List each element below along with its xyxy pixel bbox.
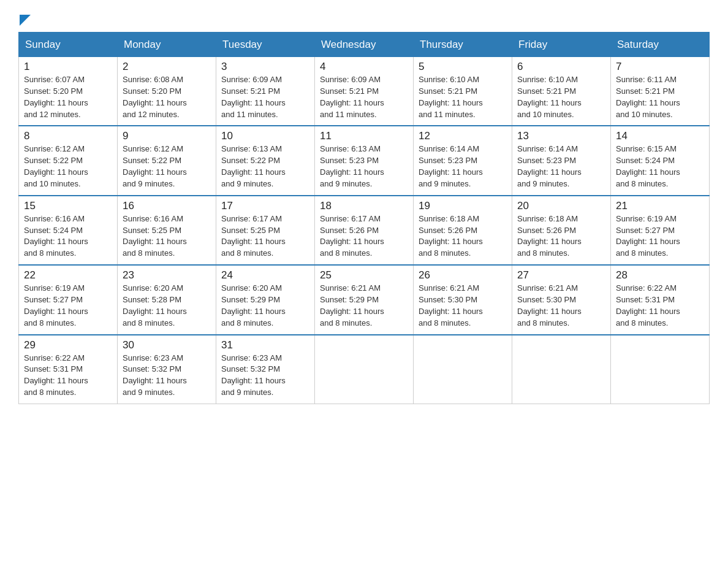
day-number: 30 <box>123 339 211 351</box>
day-info: Sunrise: 6:19 AMSunset: 5:27 PMDaylight:… <box>24 283 88 327</box>
calendar-cell: 21Sunrise: 6:19 AMSunset: 5:27 PMDayligh… <box>611 196 710 265</box>
col-header-wednesday: Wednesday <box>315 33 414 57</box>
col-header-saturday: Saturday <box>611 33 710 57</box>
day-number: 24 <box>221 269 309 282</box>
day-info: Sunrise: 6:14 AMSunset: 5:23 PMDaylight:… <box>419 144 483 188</box>
calendar-cell: 5Sunrise: 6:10 AMSunset: 5:21 PMDaylight… <box>414 56 512 126</box>
day-info: Sunrise: 6:11 AMSunset: 5:21 PMDaylight:… <box>616 75 680 119</box>
calendar-cell: 31Sunrise: 6:23 AMSunset: 5:32 PMDayligh… <box>216 335 315 404</box>
calendar-cell: 12Sunrise: 6:14 AMSunset: 5:23 PMDayligh… <box>414 126 512 195</box>
calendar-cell: 25Sunrise: 6:21 AMSunset: 5:29 PMDayligh… <box>315 265 414 334</box>
calendar-cell: 3Sunrise: 6:09 AMSunset: 5:21 PMDaylight… <box>216 56 315 126</box>
calendar-cell <box>512 335 611 404</box>
page-header <box>18 12 710 26</box>
day-info: Sunrise: 6:14 AMSunset: 5:23 PMDaylight:… <box>517 144 582 188</box>
week-row-4: 22Sunrise: 6:19 AMSunset: 5:27 PMDayligh… <box>19 265 710 334</box>
day-info: Sunrise: 6:12 AMSunset: 5:22 PMDaylight:… <box>123 144 187 188</box>
day-number: 3 <box>221 61 309 73</box>
calendar-cell: 16Sunrise: 6:16 AMSunset: 5:25 PMDayligh… <box>118 196 216 265</box>
day-number: 31 <box>221 339 309 351</box>
calendar-cell: 23Sunrise: 6:20 AMSunset: 5:28 PMDayligh… <box>118 265 216 334</box>
calendar-cell: 18Sunrise: 6:17 AMSunset: 5:26 PMDayligh… <box>315 196 414 265</box>
week-row-3: 15Sunrise: 6:16 AMSunset: 5:24 PMDayligh… <box>19 196 710 265</box>
day-number: 26 <box>419 269 507 282</box>
day-info: Sunrise: 6:18 AMSunset: 5:26 PMDaylight:… <box>419 214 483 258</box>
calendar-cell: 22Sunrise: 6:19 AMSunset: 5:27 PMDayligh… <box>19 265 118 334</box>
day-info: Sunrise: 6:18 AMSunset: 5:26 PMDaylight:… <box>517 214 582 258</box>
calendar-cell: 27Sunrise: 6:21 AMSunset: 5:30 PMDayligh… <box>512 265 611 334</box>
day-number: 27 <box>517 269 605 282</box>
col-header-sunday: Sunday <box>19 33 118 57</box>
day-info: Sunrise: 6:09 AMSunset: 5:21 PMDaylight:… <box>221 75 286 119</box>
week-row-2: 8Sunrise: 6:12 AMSunset: 5:22 PMDaylight… <box>19 126 710 195</box>
calendar-cell <box>611 335 710 404</box>
col-header-thursday: Thursday <box>414 33 512 57</box>
day-number: 10 <box>221 130 309 142</box>
day-info: Sunrise: 6:13 AMSunset: 5:23 PMDaylight:… <box>320 144 384 188</box>
calendar-cell: 8Sunrise: 6:12 AMSunset: 5:22 PMDaylight… <box>19 126 118 195</box>
day-info: Sunrise: 6:20 AMSunset: 5:28 PMDaylight:… <box>123 283 187 327</box>
calendar-cell: 30Sunrise: 6:23 AMSunset: 5:32 PMDayligh… <box>118 335 216 404</box>
calendar-cell <box>315 335 414 404</box>
calendar-cell: 20Sunrise: 6:18 AMSunset: 5:26 PMDayligh… <box>512 196 611 265</box>
day-number: 19 <box>419 200 507 212</box>
calendar-table: SundayMondayTuesdayWednesdayThursdayFrid… <box>18 32 710 404</box>
day-number: 11 <box>320 130 408 142</box>
calendar-cell: 1Sunrise: 6:07 AMSunset: 5:20 PMDaylight… <box>19 56 118 126</box>
day-number: 23 <box>123 269 211 282</box>
day-number: 14 <box>616 130 704 142</box>
day-number: 12 <box>419 130 507 142</box>
week-row-5: 29Sunrise: 6:22 AMSunset: 5:31 PMDayligh… <box>19 335 710 404</box>
day-number: 1 <box>24 61 112 73</box>
day-number: 22 <box>24 269 112 282</box>
day-number: 29 <box>24 339 112 351</box>
day-info: Sunrise: 6:16 AMSunset: 5:25 PMDaylight:… <box>123 214 187 258</box>
col-header-tuesday: Tuesday <box>216 33 315 57</box>
day-info: Sunrise: 6:09 AMSunset: 5:21 PMDaylight:… <box>320 75 384 119</box>
calendar-cell: 2Sunrise: 6:08 AMSunset: 5:20 PMDaylight… <box>118 56 216 126</box>
day-info: Sunrise: 6:21 AMSunset: 5:30 PMDaylight:… <box>419 283 483 327</box>
svg-marker-0 <box>20 15 31 26</box>
day-number: 25 <box>320 269 408 282</box>
day-info: Sunrise: 6:21 AMSunset: 5:30 PMDaylight:… <box>517 283 582 327</box>
day-number: 7 <box>616 61 704 73</box>
day-info: Sunrise: 6:23 AMSunset: 5:32 PMDaylight:… <box>123 353 187 397</box>
day-number: 6 <box>517 61 605 73</box>
day-number: 13 <box>517 130 605 142</box>
day-number: 16 <box>123 200 211 212</box>
day-info: Sunrise: 6:23 AMSunset: 5:32 PMDaylight:… <box>221 353 286 397</box>
logo-arrow-icon <box>20 15 31 26</box>
calendar-cell: 28Sunrise: 6:22 AMSunset: 5:31 PMDayligh… <box>611 265 710 334</box>
day-info: Sunrise: 6:17 AMSunset: 5:26 PMDaylight:… <box>320 214 384 258</box>
header-row: SundayMondayTuesdayWednesdayThursdayFrid… <box>19 33 710 57</box>
day-info: Sunrise: 6:22 AMSunset: 5:31 PMDaylight:… <box>24 353 88 397</box>
day-info: Sunrise: 6:07 AMSunset: 5:20 PMDaylight:… <box>24 75 88 119</box>
calendar-cell: 11Sunrise: 6:13 AMSunset: 5:23 PMDayligh… <box>315 126 414 195</box>
day-info: Sunrise: 6:10 AMSunset: 5:21 PMDaylight:… <box>419 75 483 119</box>
day-info: Sunrise: 6:13 AMSunset: 5:22 PMDaylight:… <box>221 144 286 188</box>
day-number: 21 <box>616 200 704 212</box>
day-number: 9 <box>123 130 211 142</box>
day-info: Sunrise: 6:21 AMSunset: 5:29 PMDaylight:… <box>320 283 384 327</box>
calendar-cell: 14Sunrise: 6:15 AMSunset: 5:24 PMDayligh… <box>611 126 710 195</box>
day-info: Sunrise: 6:10 AMSunset: 5:21 PMDaylight:… <box>517 75 582 119</box>
calendar-cell: 9Sunrise: 6:12 AMSunset: 5:22 PMDaylight… <box>118 126 216 195</box>
day-info: Sunrise: 6:16 AMSunset: 5:24 PMDaylight:… <box>24 214 88 258</box>
day-info: Sunrise: 6:12 AMSunset: 5:22 PMDaylight:… <box>24 144 88 188</box>
logo <box>18 12 31 26</box>
day-number: 17 <box>221 200 309 212</box>
week-row-1: 1Sunrise: 6:07 AMSunset: 5:20 PMDaylight… <box>19 56 710 126</box>
calendar-cell: 26Sunrise: 6:21 AMSunset: 5:30 PMDayligh… <box>414 265 512 334</box>
calendar-cell: 17Sunrise: 6:17 AMSunset: 5:25 PMDayligh… <box>216 196 315 265</box>
calendar-cell: 6Sunrise: 6:10 AMSunset: 5:21 PMDaylight… <box>512 56 611 126</box>
col-header-friday: Friday <box>512 33 611 57</box>
day-number: 2 <box>123 61 211 73</box>
day-number: 15 <box>24 200 112 212</box>
calendar-cell: 10Sunrise: 6:13 AMSunset: 5:22 PMDayligh… <box>216 126 315 195</box>
day-number: 20 <box>517 200 605 212</box>
col-header-monday: Monday <box>118 33 216 57</box>
day-number: 28 <box>616 269 704 282</box>
day-info: Sunrise: 6:20 AMSunset: 5:29 PMDaylight:… <box>221 283 286 327</box>
calendar-cell <box>414 335 512 404</box>
day-info: Sunrise: 6:17 AMSunset: 5:25 PMDaylight:… <box>221 214 286 258</box>
